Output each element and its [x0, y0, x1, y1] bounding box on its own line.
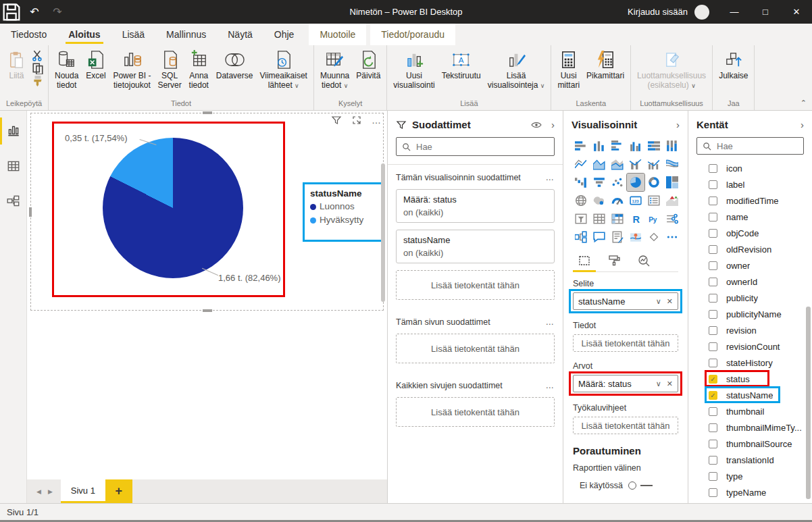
cross-report-toggle[interactable]: Ei käytössä — [580, 481, 680, 490]
filters-search[interactable] — [396, 137, 555, 156]
filters-search-input[interactable] — [415, 141, 549, 153]
tab-nayta[interactable]: Näytä — [217, 24, 263, 45]
filter-card-status[interactable]: Määrä: status on (kaikki) — [396, 189, 555, 223]
collapse-ribbon-icon[interactable]: ⌃ — [801, 99, 807, 107]
sensitivity-button[interactable]: Luottamuksellisuus (esikatselu) ∨ — [634, 47, 709, 90]
area-chart-icon[interactable] — [590, 155, 608, 173]
refresh-button[interactable]: Päivitä — [353, 47, 384, 80]
eye-icon[interactable] — [531, 121, 542, 129]
field-row-type[interactable]: type — [696, 468, 804, 484]
multi-row-card-icon[interactable] — [645, 192, 663, 209]
kpi-icon[interactable] — [663, 192, 681, 209]
sign-in-link[interactable]: Kirjaudu sisään — [628, 7, 688, 17]
transform-data-button[interactable]: Muunna tiedot ∨ — [317, 47, 353, 90]
legend-item[interactable]: Luonnos — [310, 200, 376, 213]
field-row-ownerId[interactable]: ownerId — [696, 273, 804, 290]
field-checkbox[interactable] — [709, 456, 717, 465]
dataverse-button[interactable]: Dataverse — [213, 47, 257, 80]
field-row-typeName[interactable]: typeName — [696, 484, 804, 500]
all-pages-filters-dropzone[interactable]: Lisää tietokentät tähän — [396, 397, 555, 427]
field-checkbox[interactable] — [709, 472, 717, 481]
collapse-panel-icon[interactable]: › — [551, 119, 555, 130]
field-row-modifiedTime[interactable]: modifiedTime — [696, 192, 804, 209]
field-checkbox[interactable] — [709, 294, 717, 303]
table-icon[interactable] — [590, 210, 608, 228]
collapse-panel-icon[interactable]: › — [801, 119, 804, 130]
minimize-button[interactable]: — — [719, 0, 750, 24]
field-checkbox[interactable] — [709, 164, 717, 173]
analytics-tab[interactable] — [635, 254, 653, 267]
tab-tiedosto[interactable]: Tiedosto — [0, 24, 57, 45]
format-painter-icon[interactable] — [32, 76, 44, 86]
clustered-column-chart-icon[interactable] — [627, 137, 644, 155]
scatter-chart-icon[interactable] — [609, 174, 626, 191]
field-checkbox[interactable] — [709, 326, 717, 335]
more-visuals-button[interactable]: Lisää visualisointeja ∨ — [484, 47, 549, 90]
save-icon[interactable] — [0, 0, 23, 24]
gauge-icon[interactable] — [609, 192, 626, 209]
field-checkbox[interactable] — [709, 213, 717, 221]
paste-button[interactable]: Liitä — [3, 47, 30, 80]
field-row-thumbnail[interactable]: thumbnail — [696, 403, 804, 419]
more-visual-types-icon[interactable] — [663, 228, 681, 246]
field-checkbox[interactable] — [709, 278, 717, 286]
decomposition-tree-icon[interactable] — [572, 228, 590, 246]
page-filters-dropzone[interactable]: Lisää tietokentät tähän — [396, 334, 555, 363]
arcgis-map-icon[interactable] — [627, 228, 644, 246]
metrics-icon[interactable] — [645, 228, 663, 246]
collapse-panel-icon[interactable]: › — [676, 119, 680, 130]
field-checkbox[interactable] — [709, 245, 717, 254]
field-checkbox[interactable] — [709, 488, 717, 497]
fields-search[interactable] — [696, 137, 804, 155]
sql-server-button[interactable]: SQL Server — [154, 47, 184, 90]
field-row-publicityName[interactable]: publicityName — [696, 306, 804, 322]
field-checkbox[interactable] — [709, 197, 717, 205]
more-options-icon[interactable]: … — [372, 115, 382, 126]
field-row-objCode[interactable]: objCode — [696, 225, 804, 241]
more-options-icon[interactable]: … — [546, 173, 555, 182]
fields-scrollbar[interactable] — [806, 307, 811, 499]
filter-icon[interactable] — [331, 115, 342, 126]
more-options-icon[interactable]: … — [546, 317, 555, 327]
tab-aloitus[interactable]: Aloitus — [57, 24, 111, 45]
field-row-statusName[interactable]: ✓statusName — [696, 387, 804, 403]
tab-tiedot-poraudu[interactable]: Tiedot/poraudu — [370, 24, 455, 45]
line-and-stacked-column-chart-icon[interactable] — [627, 155, 644, 173]
field-checkbox[interactable] — [709, 229, 717, 238]
maximize-button[interactable]: □ — [750, 0, 781, 24]
report-view-button[interactable] — [0, 116, 27, 146]
field-row-revisionCount[interactable]: revisionCount — [696, 338, 804, 355]
undo-icon[interactable]: ↶ — [23, 0, 46, 24]
100-stacked-bar-chart-icon[interactable] — [645, 137, 663, 155]
add-page-button[interactable]: + — [105, 479, 132, 503]
field-checkbox[interactable] — [709, 359, 717, 367]
close-button[interactable]: ✕ — [781, 0, 812, 24]
tab-mallinnus[interactable]: Mallinnus — [155, 24, 217, 45]
details-dropzone[interactable]: Lisää tietokentät tähän — [573, 334, 678, 352]
field-checkbox[interactable] — [709, 180, 717, 189]
stacked-area-chart-icon[interactable] — [609, 155, 626, 173]
treemap-icon[interactable] — [663, 174, 681, 191]
pie-chart-icon[interactable] — [627, 174, 644, 191]
power-bi-datasets-button[interactable]: Power BI - tietojoukot — [109, 47, 154, 90]
model-view-button[interactable] — [0, 186, 27, 216]
filled-map-icon[interactable] — [590, 192, 608, 209]
field-row-name[interactable]: name — [696, 209, 804, 225]
field-checkbox[interactable] — [709, 440, 717, 448]
field-checkbox[interactable] — [709, 423, 717, 432]
line-chart-icon[interactable] — [572, 155, 590, 173]
100-stacked-column-chart-icon[interactable] — [663, 137, 681, 155]
card-icon[interactable]: 123 — [627, 192, 644, 209]
slicer-icon[interactable] — [572, 210, 590, 228]
field-row-thumbnailMimeTy[interactable]: thumbnailMimeTy... — [696, 419, 804, 436]
field-row-revision[interactable]: revision — [696, 322, 804, 338]
tab-muotoile[interactable]: Muotoile — [309, 24, 366, 45]
legend-field-pill[interactable]: statusName ∨ ✕ — [573, 292, 678, 310]
smart-narrative-icon[interactable] — [609, 228, 626, 246]
field-checkbox[interactable]: ✓ — [709, 375, 717, 384]
page-tab-sivu-1[interactable]: Sivu 1 — [61, 479, 105, 503]
focus-mode-icon[interactable] — [351, 115, 362, 126]
canvas-scrollbar[interactable] — [381, 163, 385, 302]
field-row-icon[interactable]: icon — [696, 160, 804, 176]
excel-button[interactable]: Excel — [82, 47, 109, 80]
